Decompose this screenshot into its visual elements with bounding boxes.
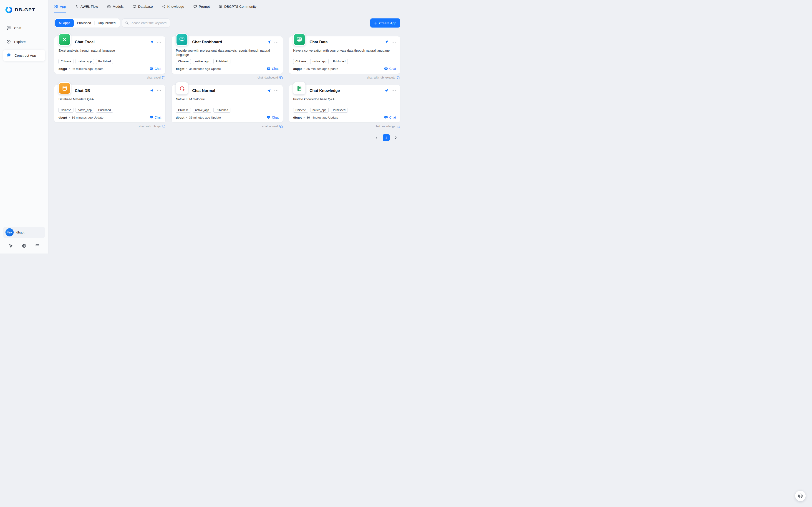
language-globe-icon[interactable] xyxy=(20,242,28,249)
dbgpt-logo-icon xyxy=(5,6,13,14)
chat-button[interactable]: Chat xyxy=(384,67,396,70)
card-meta: dbgpt • 36 minutes ago Update Chat xyxy=(293,67,396,70)
app-card-description: Excel analysis through natural language xyxy=(58,49,161,57)
apps-toolbar: All Apps Published Unpublished Create Ap… xyxy=(54,18,400,28)
app-card-description: Private knowledge base Q&A xyxy=(293,97,396,106)
sidebar-item-explore[interactable]: Explore xyxy=(3,36,45,47)
more-menu-icon[interactable] xyxy=(157,42,161,43)
scene-name: chat_with_db_execute xyxy=(367,76,395,79)
tab-knowledge[interactable]: Knowledge xyxy=(162,0,184,13)
database-monitor-icon xyxy=(133,5,136,8)
prompt-bubble-icon xyxy=(193,5,197,8)
filter-all-apps[interactable]: All Apps xyxy=(55,19,74,27)
create-app-button[interactable]: Create App xyxy=(370,18,400,27)
chat-button-label: Chat xyxy=(272,67,278,70)
chat-button[interactable]: Chat xyxy=(149,67,161,70)
scene-name: chat_excel xyxy=(147,76,161,79)
more-menu-icon[interactable] xyxy=(274,42,278,43)
app-card-title: Chat DB xyxy=(75,89,90,93)
share-send-icon[interactable] xyxy=(150,40,153,44)
updated-time: 36 minutes ago Update xyxy=(72,116,104,119)
copy-icon[interactable] xyxy=(279,125,283,128)
share-send-icon[interactable] xyxy=(384,89,388,93)
prev-page-button[interactable] xyxy=(373,134,380,141)
tag-list: Chinese native_app Published xyxy=(58,59,161,64)
tab-label: App xyxy=(60,5,66,8)
owner-name: dbgpt xyxy=(176,67,184,70)
chat-button[interactable]: Chat xyxy=(267,116,278,119)
card-wrap-chat-excel: Chat Excel Excel analysis through natura… xyxy=(54,37,165,80)
tag-list: Chinese native_app Published xyxy=(293,108,396,113)
tag: native_app xyxy=(75,108,94,113)
card-wrap-chat-normal: Chat Normal Native LLM dialogue Chinese … xyxy=(172,85,283,128)
dot-separator: • xyxy=(186,116,187,119)
chart-board-icon xyxy=(219,5,223,8)
updated-time: 36 minutes ago Update xyxy=(189,116,221,119)
chat-bubble-icon xyxy=(6,26,11,30)
app-card[interactable]: Chat Knowledge Private knowledge base Q&… xyxy=(289,85,400,122)
tab-label: Models xyxy=(113,5,124,8)
tag: Published xyxy=(331,108,348,113)
tag: Published xyxy=(213,108,231,113)
more-menu-icon[interactable] xyxy=(391,42,396,43)
chat-button[interactable]: Chat xyxy=(267,67,278,70)
tab-database[interactable]: Database xyxy=(133,0,152,13)
tab-label: Knowledge xyxy=(168,5,184,8)
sidebar-item-chat[interactable]: Chat xyxy=(3,22,45,34)
construct-app-icon xyxy=(6,53,11,58)
tab-prompt[interactable]: Prompt xyxy=(193,0,210,13)
tag-list: Chinese native_app Published xyxy=(58,108,161,113)
copy-icon[interactable] xyxy=(279,76,283,79)
app-logo[interactable]: DB-GPT xyxy=(3,0,45,14)
search-input[interactable] xyxy=(131,21,167,25)
app-card[interactable]: Chat DB Database Metadata Q&A Chinese na… xyxy=(54,85,165,122)
more-menu-icon[interactable] xyxy=(391,90,396,92)
tab-app[interactable]: App xyxy=(54,0,66,13)
chat-knowledge-icon xyxy=(293,82,306,95)
filter-unpublished[interactable]: Unpublished xyxy=(95,19,119,27)
chat-normal-icon xyxy=(176,82,188,95)
app-card[interactable]: Chat Data Have a conversation with your … xyxy=(289,37,400,74)
share-send-icon[interactable] xyxy=(150,89,153,93)
sidebar: DB-GPT Chat Explore xyxy=(0,0,49,253)
dot-separator: • xyxy=(69,67,70,70)
app-card-grid: Chat Excel Excel analysis through natura… xyxy=(54,37,400,128)
tab-label: Database xyxy=(138,5,152,8)
copy-icon[interactable] xyxy=(397,125,400,128)
tag: native_app xyxy=(75,59,94,64)
share-send-icon[interactable] xyxy=(267,89,271,93)
app-card[interactable]: Chat Excel Excel analysis through natura… xyxy=(54,37,165,74)
user-profile[interactable]: dbgpt dbgpt xyxy=(3,227,45,238)
app-card[interactable]: Chat Normal Native LLM dialogue Chinese … xyxy=(172,85,283,122)
copy-icon[interactable] xyxy=(397,76,400,79)
share-send-icon[interactable] xyxy=(384,40,388,44)
collapse-sidebar-icon[interactable] xyxy=(34,242,41,249)
theme-sun-icon[interactable] xyxy=(7,242,14,249)
share-send-icon[interactable] xyxy=(267,40,271,44)
copy-icon[interactable] xyxy=(162,76,165,79)
page-number-1[interactable]: 1 xyxy=(383,134,390,141)
card-meta: dbgpt • 36 minutes ago Update Chat xyxy=(58,116,161,119)
next-page-button[interactable] xyxy=(392,134,399,141)
filter-published[interactable]: Published xyxy=(74,19,95,27)
app-card-title: Chat Knowledge xyxy=(310,89,340,93)
tag: Chinese xyxy=(293,59,308,64)
sidebar-item-construct-app[interactable]: Construct App xyxy=(3,50,45,61)
tab-dbgpts-community[interactable]: DBGPTS Community xyxy=(219,0,257,13)
chat-data-icon xyxy=(293,34,306,46)
plus-icon xyxy=(374,21,378,25)
tab-awel-flow[interactable]: AWEL Flow xyxy=(75,0,98,13)
create-app-label: Create App xyxy=(379,21,396,25)
tag-list: Chinese native_app Published xyxy=(176,59,278,64)
chat-button-label: Chat xyxy=(154,67,161,70)
chat-button-label: Chat xyxy=(272,116,278,119)
tab-models[interactable]: Models xyxy=(107,0,124,13)
more-menu-icon[interactable] xyxy=(157,90,161,92)
more-menu-icon[interactable] xyxy=(274,90,278,92)
card-footer: chat_dashboard xyxy=(172,75,283,80)
tab-label: DBGPTS Community xyxy=(224,5,257,8)
copy-icon[interactable] xyxy=(162,125,165,128)
chat-button[interactable]: Chat xyxy=(149,116,161,119)
chat-button[interactable]: Chat xyxy=(384,116,396,119)
app-card[interactable]: Chat Dashboard Provide you with professi… xyxy=(172,37,283,74)
